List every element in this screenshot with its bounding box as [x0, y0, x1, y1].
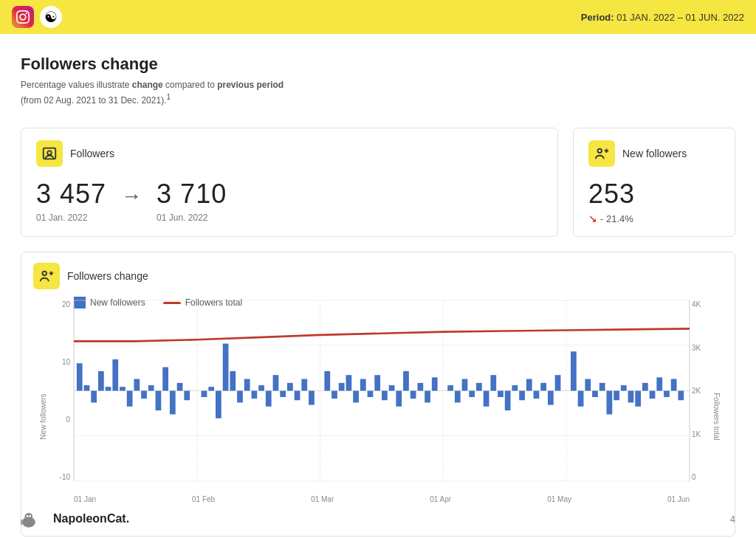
svg-rect-72	[484, 391, 489, 407]
new-followers-icon	[588, 140, 615, 167]
new-followers-change-value: - 21.4%	[600, 213, 633, 224]
followers-card-title: Followers	[70, 148, 114, 159]
x-axis: 01 Jan 01 Feb 01 Mar 01 Apr 01 May 01 Ju…	[74, 495, 690, 503]
new-followers-card: New followers 253 ↘ - 21.4%	[573, 128, 735, 237]
svg-rect-45	[273, 375, 279, 390]
svg-rect-79	[534, 391, 540, 399]
svg-rect-47	[287, 383, 293, 391]
svg-rect-81	[548, 391, 554, 405]
svg-rect-26	[127, 391, 133, 407]
svg-rect-57	[368, 391, 374, 398]
svg-rect-30	[156, 391, 162, 411]
svg-rect-23	[106, 387, 111, 390]
svg-rect-54	[346, 375, 352, 390]
page-subtitle: Percentage values illustrate change comp…	[21, 78, 735, 107]
instagram-icon	[12, 6, 34, 28]
svg-rect-67	[447, 385, 453, 390]
svg-rect-39	[230, 371, 236, 391]
svg-rect-32	[170, 391, 176, 415]
followers-start-date: 01 Jan. 2022	[36, 213, 106, 223]
svg-line-103	[21, 523, 22, 526]
svg-rect-53	[339, 383, 345, 391]
header-period: Period: 01 JAN. 2022 – 01 JUN. 2022	[581, 12, 744, 23]
svg-rect-46	[280, 391, 286, 398]
svg-rect-80	[540, 383, 546, 391]
svg-rect-36	[208, 387, 214, 390]
y-right-2k: 2K	[692, 387, 701, 395]
x-label-may: 01 May	[547, 495, 571, 503]
svg-rect-90	[621, 385, 627, 390]
svg-rect-31	[162, 368, 168, 391]
x-label-jan: 01 Jan	[74, 495, 96, 503]
yin-yang-icon: ☯	[40, 6, 62, 28]
svg-rect-56	[360, 379, 366, 391]
svg-rect-89	[614, 391, 619, 401]
chart-title: Followers change	[67, 270, 148, 282]
y-left-0: 0	[66, 415, 70, 424]
svg-point-2	[598, 149, 602, 154]
y-right-3k: 3K	[692, 344, 701, 352]
svg-rect-48	[295, 391, 300, 401]
period-value: 01 JAN. 2022 – 01 JUN. 2022	[616, 12, 744, 23]
svg-rect-88	[607, 391, 613, 415]
y-left-20: 20	[62, 300, 70, 308]
svg-rect-63	[410, 391, 416, 399]
y-right-title: Followers total	[712, 393, 721, 440]
arrow-icon: →	[121, 184, 142, 208]
footer: NapoleonCat. 4	[21, 508, 735, 529]
svg-rect-85	[585, 379, 591, 391]
svg-rect-92	[635, 391, 641, 407]
svg-rect-37	[216, 391, 221, 418]
svg-rect-83	[571, 351, 577, 390]
svg-rect-61	[396, 391, 402, 407]
new-followers-card-title: New followers	[622, 148, 687, 159]
followers-card: Followers 3 457 01 Jan. 2022 → 3 710 01 …	[21, 128, 558, 237]
svg-rect-62	[403, 371, 409, 391]
svg-rect-84	[578, 391, 584, 407]
svg-rect-25	[120, 387, 126, 390]
page-title: Followers change	[21, 55, 735, 74]
chart-container: 20 10 0 -10 New followers 4K 3K 2K 1K 0	[33, 297, 723, 525]
new-followers-card-header: New followers	[588, 140, 720, 167]
subtitle-part1: Percentage values illustrate	[21, 80, 132, 90]
y-left-minus10: -10	[60, 473, 70, 481]
napoleoncat-logo-icon	[21, 508, 47, 529]
y-left-10: 10	[62, 358, 70, 366]
svg-rect-58	[374, 375, 380, 390]
svg-rect-22	[98, 371, 104, 391]
cards-row: Followers 3 457 01 Jan. 2022 → 3 710 01 …	[21, 128, 735, 237]
subtitle-part2: compared to	[163, 80, 217, 90]
y-right-0: 0	[692, 473, 696, 481]
new-followers-value-block: 253 ↘ - 21.4%	[588, 179, 720, 224]
svg-rect-73	[490, 375, 496, 390]
x-label-mar: 01 Mar	[311, 495, 334, 503]
chart-icon	[33, 263, 60, 289]
svg-rect-78	[526, 379, 532, 391]
svg-rect-82	[555, 375, 561, 390]
svg-rect-75	[505, 391, 511, 411]
svg-rect-42	[252, 391, 258, 399]
followers-end-block: 3 710 01 Jun. 2022	[157, 179, 227, 223]
svg-line-101	[21, 518, 22, 521]
y-right-4k: 4K	[692, 300, 701, 308]
svg-rect-35	[202, 391, 207, 398]
svg-rect-52	[331, 391, 337, 399]
svg-rect-28	[141, 391, 147, 399]
svg-rect-49	[301, 379, 307, 391]
page: ☯ Period: 01 JAN. 2022 – 01 JUN. 2022 Fo…	[0, 0, 756, 538]
y-right-1k: 1K	[692, 430, 701, 438]
svg-rect-43	[258, 385, 264, 390]
svg-rect-69	[462, 379, 468, 391]
followers-end-date: 01 Jun. 2022	[157, 213, 227, 223]
svg-rect-95	[656, 377, 662, 390]
svg-rect-97	[671, 379, 677, 391]
svg-rect-29	[148, 385, 154, 390]
chart-inner	[74, 300, 690, 481]
x-label-feb: 01 Feb	[192, 495, 215, 503]
new-followers-change: ↘ - 21.4%	[588, 213, 720, 224]
svg-rect-91	[628, 391, 634, 403]
svg-rect-27	[134, 379, 140, 391]
chart-section: Followers change 20 10 0 -10 New followe…	[21, 252, 735, 537]
chart-svg	[74, 300, 690, 481]
page-number: 4	[730, 514, 735, 525]
